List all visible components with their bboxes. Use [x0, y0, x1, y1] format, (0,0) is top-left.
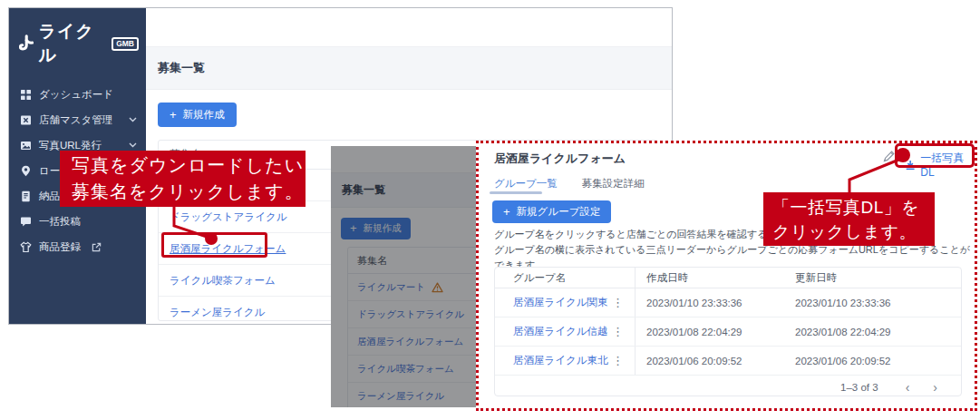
pagination-range: 1–3 of 3	[840, 382, 878, 393]
new-recruit-button[interactable]: + 新規作成	[158, 103, 237, 127]
group-link[interactable]: 居酒屋ライクル東北	[513, 354, 608, 367]
app-logo: ライクル GMB	[9, 8, 146, 74]
brand-name: ライクル	[39, 20, 107, 67]
new-recruit-label: 新規作成	[183, 108, 225, 122]
updated-date: 2023/01/08 22:04:29	[795, 327, 961, 337]
callout-download-instruction: 写真をダウンロードしたい 募集名をクリックします。	[60, 151, 306, 207]
chevron-left-icon[interactable]: ‹	[906, 380, 910, 395]
detail-tabs: グループ一覧 募集設定詳細	[494, 177, 645, 190]
edit-icon[interactable]	[883, 150, 896, 162]
sidebar-item-label: 商品登録	[39, 240, 81, 254]
updated-date: 2023/01/06 20:09:52	[795, 356, 961, 366]
photo-url-icon	[20, 140, 32, 151]
new-group-button[interactable]: + 新規グループ設定	[492, 200, 611, 223]
updated-date: 2023/01/10 23:33:36	[795, 298, 961, 308]
group-link[interactable]: 居酒屋ライクル関東	[513, 296, 608, 309]
created-date: 2023/01/08 22:04:29	[636, 327, 795, 337]
table-row: 居酒屋ライクル東北 ⋮ 2023/01/06 20:09:52 2023/01/…	[495, 347, 961, 376]
sidebar-item-bulk-post[interactable]: 一括投稿	[9, 209, 146, 234]
kebab-menu-icon[interactable]: ⋮	[612, 327, 624, 337]
callout-line: 「一括写真DL」を	[772, 195, 935, 220]
group-table: グループ名 作成日時 更新日時 居酒屋ライクル関東 ⋮ 2023/01/10 2…	[494, 267, 962, 396]
table-row: 居酒屋ライクル信越 ⋮ 2023/01/08 22:04:29 2023/01/…	[495, 317, 961, 347]
sidebar-item-label: ダッシュボード	[39, 88, 113, 102]
detail-page-title: 居酒屋ライクルフォーム	[494, 151, 626, 167]
sidebar-item-dashboard[interactable]: ダッシュボード	[9, 82, 146, 107]
recruit-link[interactable]: ライクル喫茶フォーム	[170, 274, 276, 288]
new-group-label: 新規グループ設定	[517, 205, 601, 219]
raicle-logo-icon	[19, 34, 34, 53]
callout-line: 写真をダウンロードしたい	[72, 152, 306, 179]
highlight-box-bulk-dl	[895, 143, 975, 168]
callout-line: 募集名をクリックします。	[72, 179, 306, 205]
chevron-down-icon[interactable]	[129, 142, 137, 148]
tab-group-list[interactable]: グループ一覧	[494, 177, 558, 190]
highlight-box-recruit-link	[161, 232, 267, 258]
page-title: 募集一覧	[158, 60, 205, 76]
kebab-menu-icon[interactable]: ⋮	[612, 357, 624, 366]
column-header-group: グループ名	[495, 268, 636, 288]
table-row: 居酒屋ライクル関東 ⋮ 2023/01/10 23:33:36 2023/01/…	[495, 288, 961, 317]
created-date: 2023/01/10 23:33:36	[636, 298, 795, 308]
created-date: 2023/01/06 20:09:52	[636, 356, 795, 366]
recruit-link[interactable]: ドラッグストアライクル	[170, 210, 286, 224]
sidebar-item-label: 一括投稿	[39, 215, 81, 229]
callout-bulk-dl-instruction: 「一括写真DL」を クリックします。	[763, 192, 935, 246]
gmb-badge: GMB	[112, 37, 139, 51]
pagination: 1–3 of 3 ‹ ›	[495, 376, 961, 396]
sidebar-item-label: 店舗マスタ管理	[39, 113, 112, 127]
group-table-header-row: グループ名 作成日時 更新日時	[495, 268, 961, 288]
callout-line: クリックします。	[772, 220, 935, 244]
page-header-band: 募集一覧	[146, 47, 672, 90]
plus-icon: +	[503, 208, 510, 217]
product-icon	[20, 241, 32, 253]
column-header-updated: 更新日時	[795, 271, 961, 285]
group-link[interactable]: 居酒屋ライクル信越	[513, 325, 608, 338]
sidebar-item-store-master[interactable]: 店舗マスタ管理	[9, 107, 146, 132]
external-link-icon	[92, 242, 102, 252]
chevron-right-icon[interactable]: ›	[933, 380, 937, 395]
recruit-link[interactable]: ラーメン屋ライクル	[170, 306, 265, 319]
tab-recruit-settings[interactable]: 募集設定詳細	[582, 177, 645, 190]
plus-icon: +	[170, 111, 177, 120]
chevron-down-icon[interactable]	[129, 117, 137, 122]
local-info-icon	[20, 165, 32, 177]
sidebar-item-product-register[interactable]: 商品登録	[9, 234, 146, 259]
app-topbar	[146, 8, 672, 47]
delivery-check-icon	[20, 190, 32, 202]
column-header-created: 作成日時	[636, 271, 795, 285]
store-master-icon	[20, 114, 32, 126]
bulk-post-icon	[20, 216, 32, 228]
window-group-detail: 居酒屋ライクルフォーム 一括写真DL グループ一覧 募集設定詳細 + 新規グルー…	[476, 141, 977, 411]
dashboard-icon	[20, 89, 32, 101]
active-tab-underline	[490, 191, 542, 194]
kebab-menu-icon[interactable]: ⋮	[612, 298, 624, 308]
